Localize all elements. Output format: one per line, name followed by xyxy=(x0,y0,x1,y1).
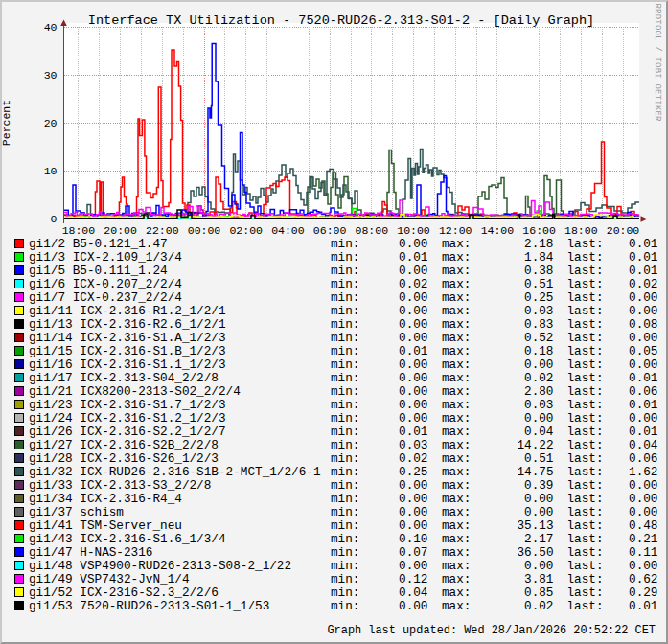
svg-text:last:: last: xyxy=(567,344,604,358)
svg-text:0.52: 0.52 xyxy=(524,331,553,345)
svg-text:02:00: 02:00 xyxy=(229,224,263,237)
svg-text:last:: last: xyxy=(567,250,604,264)
svg-text:gi1/23 ICX-2.316-S1.7_1/2/3: gi1/23 ICX-2.316-S1.7_1/2/3 xyxy=(29,398,226,412)
svg-text:0.25: 0.25 xyxy=(399,465,427,479)
svg-text:1.84: 1.84 xyxy=(524,250,553,264)
svg-text:3.81: 3.81 xyxy=(524,572,553,586)
svg-text:max:: max: xyxy=(442,545,471,560)
svg-text:0.00: 0.00 xyxy=(399,478,427,493)
svg-text:2.18: 2.18 xyxy=(524,237,553,251)
svg-text:last:: last: xyxy=(567,586,604,600)
svg-text:min:: min: xyxy=(331,478,359,493)
svg-text:max:: max: xyxy=(442,451,471,466)
svg-text:06:00: 06:00 xyxy=(313,224,347,237)
svg-text:20:00: 20:00 xyxy=(104,224,137,237)
svg-text:last:: last: xyxy=(567,572,604,586)
svg-text:0.00: 0.00 xyxy=(399,505,427,519)
svg-text:00:00: 00:00 xyxy=(188,224,221,237)
svg-text:0.01: 0.01 xyxy=(629,398,657,412)
svg-text:gi1/2 B5-0.121_1.47: gi1/2 B5-0.121_1.47 xyxy=(29,237,168,251)
svg-text:max:: max: xyxy=(442,331,471,345)
svg-text:0.39: 0.39 xyxy=(524,478,553,493)
svg-text:0.01: 0.01 xyxy=(629,264,657,278)
svg-text:0.02: 0.02 xyxy=(629,277,657,291)
svg-text:0.21: 0.21 xyxy=(629,532,657,546)
svg-text:14.22: 14.22 xyxy=(517,438,553,452)
svg-text:0.00: 0.00 xyxy=(399,411,427,426)
svg-text:0.03: 0.03 xyxy=(524,398,553,412)
svg-text:last:: last: xyxy=(567,317,604,332)
svg-text:35.13: 35.13 xyxy=(517,518,553,533)
svg-text:0.00: 0.00 xyxy=(399,264,427,278)
svg-text:last:: last: xyxy=(567,384,604,399)
svg-text:0.06: 0.06 xyxy=(629,384,657,399)
svg-text:10:00: 10:00 xyxy=(397,224,430,237)
svg-text:min:: min: xyxy=(331,492,359,506)
svg-text:last:: last: xyxy=(567,518,604,533)
svg-text:gi1/53 7520-RUD26-2313-S01-1_1: gi1/53 7520-RUD26-2313-S01-1_1/53 xyxy=(29,599,269,613)
svg-text:0.00: 0.00 xyxy=(399,317,427,332)
svg-text:max:: max: xyxy=(442,532,471,546)
svg-text:gi1/48 VSP4900-RUD26-2313-S08-: gi1/48 VSP4900-RUD26-2313-S08-2_1/22 xyxy=(29,559,291,573)
svg-text:0.04: 0.04 xyxy=(399,586,427,600)
svg-text:0.01: 0.01 xyxy=(629,599,657,613)
svg-text:last:: last: xyxy=(567,599,604,613)
svg-text:max:: max: xyxy=(442,586,471,600)
svg-text:2.80: 2.80 xyxy=(524,384,553,399)
svg-text:RRDTOOL / TOBI OETIKER: RRDTOOL / TOBI OETIKER xyxy=(653,4,662,123)
svg-text:0.01: 0.01 xyxy=(399,425,427,439)
svg-text:0.01: 0.01 xyxy=(399,250,427,264)
svg-text:gi1/3 ICX-2.109_1/3/4: gi1/3 ICX-2.109_1/3/4 xyxy=(29,250,182,264)
svg-text:max:: max: xyxy=(442,398,471,412)
svg-text:0.00: 0.00 xyxy=(524,505,553,519)
svg-text:last:: last: xyxy=(567,264,604,278)
svg-text:0.12: 0.12 xyxy=(399,572,427,586)
svg-text:0.00: 0.00 xyxy=(629,331,657,345)
svg-text:1.62: 1.62 xyxy=(629,465,657,479)
svg-text:40: 40 xyxy=(44,21,58,34)
svg-text:max:: max: xyxy=(442,599,471,613)
svg-text:last:: last: xyxy=(567,331,604,345)
svg-text:08:00: 08:00 xyxy=(356,224,389,237)
svg-text:max:: max: xyxy=(442,344,471,358)
svg-text:22:00: 22:00 xyxy=(146,224,179,237)
svg-text:0.00: 0.00 xyxy=(629,290,657,305)
svg-text:min:: min: xyxy=(331,425,359,439)
svg-text:min:: min: xyxy=(331,237,359,251)
svg-text:max:: max: xyxy=(442,304,471,318)
svg-text:max:: max: xyxy=(442,505,471,519)
svg-text:0.00: 0.00 xyxy=(629,559,657,573)
svg-text:36.50: 36.50 xyxy=(517,545,553,560)
svg-text:0.01: 0.01 xyxy=(629,237,657,251)
svg-text:gi1/13 ICX-2.316-R2.6_1/2/1: gi1/13 ICX-2.316-R2.6_1/2/1 xyxy=(29,317,226,332)
svg-text:last:: last: xyxy=(567,290,604,305)
svg-text:last:: last: xyxy=(567,411,604,426)
svg-text:0.00: 0.00 xyxy=(399,237,427,251)
svg-text:0.51: 0.51 xyxy=(524,451,553,466)
svg-text:max:: max: xyxy=(442,438,471,452)
svg-text:last:: last: xyxy=(567,438,604,452)
svg-text:gi1/28 ICX-2.316-S26_1/2/3: gi1/28 ICX-2.316-S26_1/2/3 xyxy=(29,451,219,466)
svg-text:max:: max: xyxy=(442,559,471,573)
svg-text:min:: min: xyxy=(331,545,359,560)
svg-text:0.00: 0.00 xyxy=(524,492,553,506)
svg-text:max:: max: xyxy=(442,357,471,372)
svg-text:0.03: 0.03 xyxy=(399,438,427,452)
svg-text:min:: min: xyxy=(331,357,359,372)
svg-text:max:: max: xyxy=(442,425,471,439)
svg-text:max:: max: xyxy=(442,250,471,264)
svg-text:min:: min: xyxy=(331,465,359,479)
svg-text:0.05: 0.05 xyxy=(629,344,657,358)
svg-text:0.00: 0.00 xyxy=(629,478,657,493)
svg-text:0.10: 0.10 xyxy=(399,532,427,546)
svg-text:20:00: 20:00 xyxy=(607,224,640,237)
svg-text:0.02: 0.02 xyxy=(524,599,553,613)
svg-text:0.04: 0.04 xyxy=(524,425,553,439)
svg-text:0.38: 0.38 xyxy=(524,264,553,278)
svg-text:14.75: 14.75 xyxy=(517,465,553,479)
svg-text:0.00: 0.00 xyxy=(399,371,427,385)
svg-text:Graph last updated: Wed 28/Jan: Graph last updated: Wed 28/Jan/2026 20:5… xyxy=(327,624,656,637)
svg-text:14:00: 14:00 xyxy=(481,224,515,237)
svg-text:gi1/7 ICX-0.237_2/2/4: gi1/7 ICX-0.237_2/2/4 xyxy=(29,290,182,305)
svg-text:gi1/6 ICX-0.207_2/2/4: gi1/6 ICX-0.207_2/2/4 xyxy=(29,277,182,291)
